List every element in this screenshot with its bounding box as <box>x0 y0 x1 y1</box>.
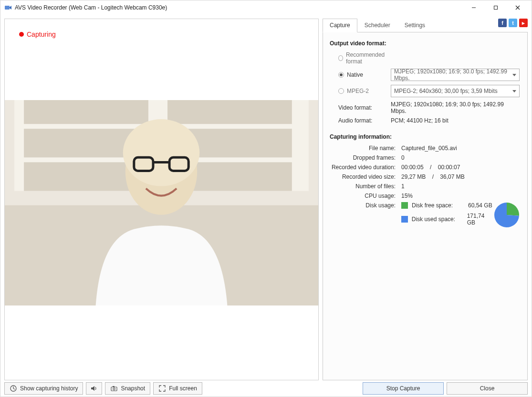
files-count-value: 1 <box>401 183 520 190</box>
chevron-down-icon <box>512 74 516 76</box>
tab-scheduler[interactable]: Scheduler <box>357 19 397 32</box>
svg-rect-8 <box>167 100 292 124</box>
titlebar: AVS Video Recorder (Web Cam - Logitech W… <box>0 0 532 15</box>
native-format-combo[interactable]: MJPEG; 1920x1080; 16:9; 30.0 fps; 1492.9… <box>391 69 520 81</box>
minimize-button[interactable] <box>463 0 485 15</box>
output-format-title: Output video format: <box>330 40 520 47</box>
capturing-label: Capturing <box>27 31 56 38</box>
chevron-down-icon <box>512 90 516 92</box>
disk-used-label: Disk used space: <box>412 216 463 223</box>
audio-format-value: PCM; 44100 Hz; 16 bit <box>391 117 520 124</box>
maximize-button[interactable] <box>485 0 507 15</box>
video-format-value: MJPEG; 1920x1080; 16:9; 30.0 fps; 1492.9… <box>391 101 520 114</box>
tabs-bar: Capture Scheduler Settings <box>323 19 528 32</box>
record-dot-icon <box>19 32 24 37</box>
duration-label: Recorded video duration: <box>330 164 401 171</box>
close-window-button[interactable] <box>507 0 529 15</box>
disk-free-label: Disk free space: <box>412 202 464 209</box>
video-format-label: Video format: <box>338 104 391 111</box>
size-value: 29,27 MB / 36,07 MB <box>401 173 520 180</box>
close-button[interactable]: Close <box>447 382 528 395</box>
disk-usage-pie-chart <box>494 202 520 228</box>
speaker-icon <box>90 385 98 392</box>
cpu-usage-value: 15% <box>401 193 520 199</box>
capture-info-title: Capturing information: <box>330 133 520 140</box>
fullscreen-label: Full screen <box>169 385 197 392</box>
show-history-button[interactable]: Show capturing history <box>4 382 83 395</box>
capturing-indicator: Capturing <box>19 31 56 38</box>
radio-mpeg2[interactable] <box>338 88 344 94</box>
history-label: Show capturing history <box>20 385 78 392</box>
stop-capture-label: Stop Capture <box>386 385 420 392</box>
svg-rect-7 <box>24 100 148 124</box>
file-name-label: File name: <box>330 145 401 152</box>
mpeg2-combo-value: MPEG-2; 640x360; 30,00 fps; 3,59 Mbits <box>394 88 498 94</box>
radio-native[interactable] <box>338 72 344 78</box>
camera-icon <box>110 385 118 392</box>
svg-rect-2 <box>494 6 498 10</box>
window-title: AVS Video Recorder (Web Cam - Logitech W… <box>15 4 463 11</box>
disk-used-swatch <box>401 216 408 223</box>
app-window: AVS Video Recorder (Web Cam - Logitech W… <box>0 0 532 397</box>
native-combo-value: MJPEG; 1920x1080; 16:9; 30.0 fps; 1492.9… <box>394 68 512 81</box>
size-label: Recorded video size: <box>330 173 401 180</box>
capture-panel: Output video format: Recommended format … <box>323 32 528 380</box>
tab-capture[interactable]: Capture <box>323 19 357 32</box>
file-name-value: Captured_file_005.avi <box>401 145 520 152</box>
stop-capture-button[interactable]: Stop Capture <box>363 382 444 395</box>
dropped-frames-label: Dropped frames: <box>330 154 401 161</box>
fullscreen-button[interactable]: Full screen <box>153 382 202 395</box>
disk-free-value: 60,54 GB <box>468 202 492 209</box>
svg-point-15 <box>123 119 199 186</box>
disk-free-swatch <box>401 202 408 209</box>
close-label: Close <box>480 385 495 392</box>
app-icon <box>4 4 12 11</box>
bottom-toolbar: Show capturing history Snapshot Full scr… <box>0 380 532 397</box>
history-icon <box>10 385 17 392</box>
cpu-usage-label: CPU usage: <box>330 193 401 199</box>
svg-rect-0 <box>5 6 10 10</box>
audio-button[interactable] <box>86 382 102 395</box>
svg-rect-22 <box>113 386 115 387</box>
tab-settings[interactable]: Settings <box>397 19 432 32</box>
mpeg2-label: MPEG-2 <box>347 88 369 94</box>
fullscreen-icon <box>158 385 166 392</box>
mpeg2-format-combo[interactable]: MPEG-2; 640x360; 30,00 fps; 3,59 Mbits <box>391 85 520 97</box>
snapshot-button[interactable]: Snapshot <box>105 382 150 395</box>
svg-point-21 <box>113 388 115 390</box>
radio-recommended[interactable] <box>338 55 343 61</box>
snapshot-label: Snapshot <box>121 385 145 392</box>
native-label: Native <box>347 71 363 78</box>
dropped-frames-value: 0 <box>401 154 520 161</box>
disk-used-value: 171,74 GB <box>467 213 494 226</box>
audio-format-label: Audio format: <box>338 117 391 124</box>
files-count-label: Number of files: <box>330 183 401 190</box>
video-preview: Capturing <box>4 19 319 380</box>
disk-usage-label: Disk usage: <box>330 202 401 209</box>
duration-value: 00:00:05 / 00:00:07 <box>401 164 520 171</box>
recommended-label: Recommended format <box>346 51 391 65</box>
webcam-frame-illustration <box>5 100 318 305</box>
